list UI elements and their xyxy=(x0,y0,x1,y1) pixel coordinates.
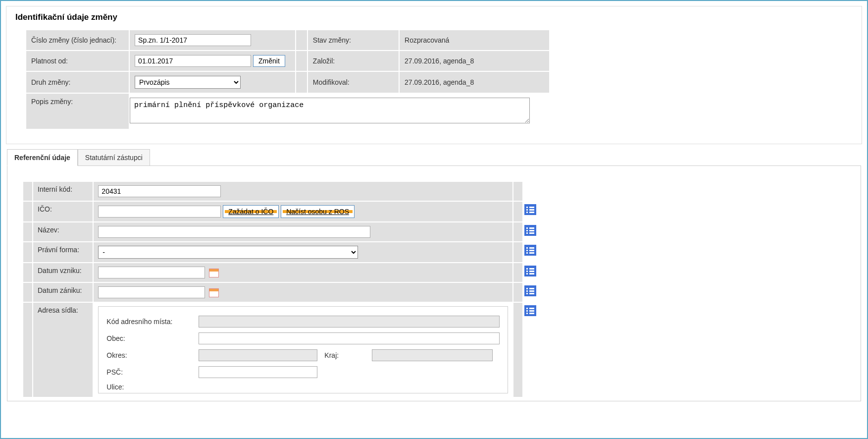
label-stav: Stav změny: xyxy=(308,30,399,50)
list-icon[interactable] xyxy=(524,245,536,256)
label-cislo-zmeny: Číslo změny (číslo jednací): xyxy=(26,30,129,50)
stav-value: Rozpracovaná xyxy=(400,30,549,50)
label-obec: Obec: xyxy=(106,334,199,342)
list-icon[interactable] xyxy=(524,305,536,316)
kraj-input xyxy=(372,349,493,361)
label-psc: PSČ: xyxy=(106,368,199,376)
label-zalozil: Založil: xyxy=(308,51,399,71)
label-platnost-od: Platnost od: xyxy=(26,51,129,71)
druh-select[interactable]: Prvozápis xyxy=(135,76,241,89)
psc-input[interactable] xyxy=(199,366,317,378)
obec-input[interactable] xyxy=(199,332,500,344)
calendar-icon[interactable] xyxy=(209,269,219,277)
pravni-forma-select[interactable]: - xyxy=(98,246,358,259)
gap xyxy=(296,30,307,50)
tab-referencni-udaje[interactable]: Referenční údaje xyxy=(7,149,78,166)
kod-adresniho-mista-input xyxy=(199,316,500,328)
zmenit-button[interactable]: Změnit xyxy=(253,55,285,67)
label-kraj: Kraj: xyxy=(317,351,372,359)
label-adresa-sidla: Adresa sídla: xyxy=(33,303,93,397)
label-ulice: Ulice: xyxy=(106,383,199,391)
list-icon[interactable] xyxy=(524,266,536,276)
cislo-zmeny-input[interactable] xyxy=(135,34,251,46)
label-modifikoval: Modifikoval: xyxy=(308,72,399,93)
label-nazev: Název: xyxy=(33,222,93,241)
panel-title: Identifikační údaje změny xyxy=(15,12,853,22)
label-datum-zaniku: Datum zániku: xyxy=(33,283,93,302)
calendar-icon[interactable] xyxy=(209,288,219,297)
tab-panel-referencni: Interní kód: IČO: Zažádat o IČO Načíst o… xyxy=(7,165,861,401)
label-kod-adresniho-mista: Kód adresního místa: xyxy=(106,318,199,326)
datum-zaniku-input[interactable] xyxy=(98,286,205,298)
okres-input xyxy=(199,349,317,361)
modifikoval-value: 27.09.2016, agenda_8 xyxy=(400,72,549,93)
adresa-box: Kód adresního místa: Obec: Okres: Kraj: xyxy=(98,306,508,393)
ident-panel: Identifikační údaje změny Číslo změny (č… xyxy=(6,6,862,144)
interni-kod-input xyxy=(98,185,221,197)
zalozil-value: 27.09.2016, agenda_8 xyxy=(400,51,549,71)
ico-input[interactable] xyxy=(98,206,221,218)
label-pravni-forma: Právní forma: xyxy=(33,242,93,262)
nacist-osobu-button[interactable]: Načíst osobu z ROS xyxy=(281,205,355,218)
tab-statutarni-zastupci[interactable]: Statutární zástupci xyxy=(78,149,150,166)
label-interni-kod: Interní kód: xyxy=(33,182,93,201)
nazev-input[interactable] xyxy=(98,226,370,238)
list-icon[interactable] xyxy=(524,204,536,215)
label-ico: IČO: xyxy=(33,202,93,221)
list-icon[interactable] xyxy=(524,225,536,236)
platnost-od-input xyxy=(135,55,251,67)
label-druh: Druh změny: xyxy=(26,72,129,93)
list-icon[interactable] xyxy=(524,285,536,296)
label-popis: Popis změny: xyxy=(26,94,129,129)
label-okres: Okres: xyxy=(106,351,199,359)
popis-textarea[interactable]: primární plnění příspěvkové organizace xyxy=(130,98,530,123)
zazadat-ico-button[interactable]: Zažádat o IČO xyxy=(223,205,279,218)
datum-vzniku-input[interactable] xyxy=(98,267,205,278)
label-datum-vzniku: Datum vzniku: xyxy=(33,263,93,282)
